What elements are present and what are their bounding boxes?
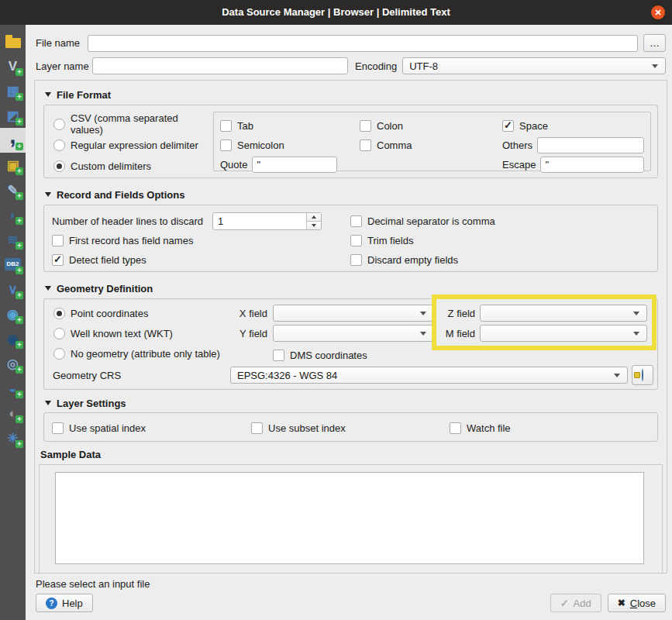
layer-settings-group: Use spatial index Use subset index Watch… xyxy=(43,412,658,442)
sidebar-item-wms[interactable]: ◉+ xyxy=(0,301,26,326)
quote-field: Quote " xyxy=(220,157,360,173)
radio-regexp[interactable]: Regular expression delimiter xyxy=(53,140,213,151)
sidebar-item-mssql[interactable]: ≋+ xyxy=(0,227,26,252)
delimited-text-icon: , xyxy=(9,133,16,139)
file-name-input[interactable] xyxy=(88,35,638,52)
file-format-title: File Format xyxy=(57,89,111,101)
plus-badge-icon: + xyxy=(16,316,23,324)
x-field-select[interactable] xyxy=(273,305,434,322)
checkbox-colon[interactable]: Colon xyxy=(360,120,502,133)
sidebar-item-delimited-text[interactable]: ,+ xyxy=(0,128,26,153)
encoding-select[interactable]: UTF-8 xyxy=(402,57,666,74)
title-bar[interactable]: Data Source Manager | Browser | Delimite… xyxy=(0,0,672,25)
sidebar-item-virtual-layer[interactable]: ∨+ xyxy=(0,277,26,301)
plus-badge-icon: + xyxy=(16,391,23,398)
y-field-label: Y field xyxy=(230,328,267,339)
window-title: Data Source Manager | Browser | Delimite… xyxy=(0,0,672,25)
checkbox-control xyxy=(273,350,284,361)
checkbox-first-record-field-names[interactable]: First record has field names xyxy=(52,235,350,247)
m-field-select[interactable] xyxy=(480,325,647,342)
plus-badge-icon: + xyxy=(16,440,23,448)
checkbox-watch-file[interactable]: Watch file xyxy=(450,422,650,434)
window-close-button[interactable]: ✕ xyxy=(651,5,665,19)
checkbox-use-spatial-index[interactable]: Use spatial index xyxy=(52,422,251,434)
layer-settings-section-header[interactable]: Layer Settings xyxy=(45,397,658,409)
layer-settings-title: Layer Settings xyxy=(57,398,126,409)
others-input[interactable] xyxy=(537,137,644,153)
help-button[interactable]: ? Help xyxy=(36,594,93,612)
sample-data-table[interactable] xyxy=(55,472,644,564)
radio-no-geometry[interactable]: No geometry (attribute only table) xyxy=(53,347,220,360)
radio-custom-delimiters[interactable]: Custom delimiters xyxy=(53,160,213,172)
checkbox-dms-coordinates[interactable]: DMS coordinates xyxy=(273,349,367,361)
quote-input[interactable]: " xyxy=(252,157,337,173)
checkbox-decimal-separator[interactable]: Decimal separator is comma xyxy=(350,215,650,228)
sidebar-item-ows[interactable]: ◐+ xyxy=(0,401,26,425)
plus-badge-icon: + xyxy=(16,217,23,225)
plus-badge-icon: + xyxy=(16,118,23,126)
sidebar-item-vector-tile[interactable]: ✳+ xyxy=(0,425,26,450)
radio-control xyxy=(53,160,65,172)
record-fields-section-header[interactable]: Record and Fields Options xyxy=(45,188,658,201)
plus-badge-icon: + xyxy=(16,415,23,423)
others-field: Others xyxy=(502,137,644,153)
file-format-section-header[interactable]: File Format xyxy=(45,88,658,101)
sidebar-item-wfs[interactable]: ◎+ xyxy=(0,351,26,376)
checkbox-space[interactable]: Space xyxy=(502,120,644,133)
sidebar-item-raster[interactable]: ▦+ xyxy=(0,78,26,103)
y-field-select[interactable] xyxy=(273,325,434,342)
sidebar-item-geopackage[interactable]: ▣+ xyxy=(0,153,26,177)
button-bar: ? Help ✓ Add ✖ Close xyxy=(36,594,666,612)
sidebar-item-vector[interactable]: V+ xyxy=(0,53,26,78)
checkbox-comma[interactable]: Comma xyxy=(360,140,502,152)
sidebar-item-db2[interactable]: DB2+ xyxy=(0,252,26,277)
radio-csv[interactable]: CSV (comma separated values) xyxy=(53,118,213,130)
sidebar-item-spatialite[interactable]: ✎+ xyxy=(0,177,26,202)
sidebar-item-arcgis-rest[interactable]: ◒+ xyxy=(0,376,26,401)
checkbox-discard-empty-fields[interactable]: Discard empty fields xyxy=(350,254,650,267)
file-format-radios: CSV (comma separated values) Regular exp… xyxy=(50,112,213,171)
data-source-manager-dialog: Data Source Manager | Browser | Delimite… xyxy=(0,0,672,620)
quote-label: Quote xyxy=(220,159,247,170)
radio-control xyxy=(53,119,65,130)
plus-badge-icon: + xyxy=(16,167,23,175)
checkbox-trim-fields[interactable]: Trim fields xyxy=(350,235,650,247)
radio-point-coordinates[interactable]: Point coordinates xyxy=(53,307,148,319)
geometry-section-header[interactable]: Geometry Definition xyxy=(45,282,658,294)
checkbox-semicolon[interactable]: Semicolon xyxy=(220,140,360,152)
add-button[interactable]: ✓ Add xyxy=(550,594,601,612)
radio-control xyxy=(53,328,65,339)
checkbox-control xyxy=(350,215,362,227)
checkbox-tab[interactable]: Tab xyxy=(220,120,360,133)
crs-picker-button[interactable] xyxy=(632,365,653,385)
encoding-label: Encoding xyxy=(355,60,397,72)
browse-button[interactable]: … xyxy=(643,34,666,52)
folder-icon xyxy=(5,38,21,48)
sidebar-item-wcs[interactable]: ◉+ xyxy=(0,326,26,351)
close-button[interactable]: ✖ Close xyxy=(608,594,666,612)
delimiter-options-box: Tab Colon Space Semicolon xyxy=(213,112,651,171)
checkbox-control xyxy=(360,120,371,132)
close-icon: ✕ xyxy=(654,8,661,18)
checkbox-control xyxy=(251,422,263,434)
x-field-label: X field xyxy=(230,308,267,319)
close-x-icon: ✖ xyxy=(618,598,625,608)
header-lines-spinbox[interactable]: 1 xyxy=(212,212,322,230)
collapse-arrow-icon xyxy=(45,286,51,291)
sidebar-item-browser[interactable] xyxy=(0,29,26,53)
sample-data-frame xyxy=(39,464,663,574)
checkbox-use-subset-index[interactable]: Use subset index xyxy=(251,422,450,434)
spin-up-icon xyxy=(307,213,321,222)
others-label: Others xyxy=(502,140,532,151)
escape-label: Escape xyxy=(502,159,536,170)
spin-down-icon xyxy=(307,222,321,229)
geometry-crs-select[interactable]: EPSG:4326 - WGS 84 xyxy=(230,367,628,384)
radio-wkt[interactable]: Well known text (WKT) xyxy=(53,327,173,339)
record-fields-title: Record and Fields Options xyxy=(57,189,184,201)
sidebar-item-postgresql[interactable]: ◗+ xyxy=(0,202,26,227)
layer-name-input[interactable] xyxy=(92,57,348,74)
z-field-select[interactable] xyxy=(480,305,647,322)
pencil-icon xyxy=(634,372,640,378)
escape-input[interactable]: " xyxy=(540,157,644,173)
checkbox-detect-field-types[interactable]: Detect field types xyxy=(52,254,350,267)
